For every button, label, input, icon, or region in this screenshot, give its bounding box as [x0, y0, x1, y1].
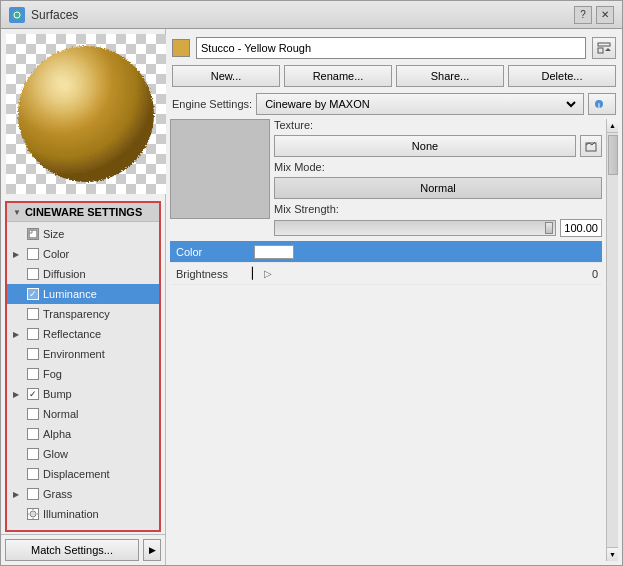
checkbox-grass[interactable] [27, 488, 39, 500]
match-settings-arrow[interactable]: ▶ [143, 539, 161, 561]
label-fog: Fog [43, 368, 62, 380]
checkbox-fog[interactable] [27, 368, 39, 380]
settings-item-alpha[interactable]: Alpha [7, 424, 159, 444]
prop-name-color: Color [170, 246, 250, 258]
engine-info-button[interactable]: i [588, 93, 616, 115]
label-size: Size [43, 228, 64, 240]
content-columns: Texture: None [170, 119, 602, 561]
section-title: CINEWARE SETTINGS [25, 206, 142, 218]
settings-item-size[interactable]: Size [7, 224, 159, 244]
texture-browse-button[interactable] [580, 135, 602, 157]
mix-mode-button[interactable]: Normal [274, 177, 602, 199]
engine-dropdown[interactable]: Cineware by MAXON [256, 93, 584, 115]
material-name-text: Stucco - Yellow Rough [201, 42, 311, 54]
settings-item-grass[interactable]: ▶ Grass [7, 484, 159, 504]
texture-preview-area [170, 119, 270, 219]
label-color: Color [43, 248, 69, 260]
expand-icon-color[interactable]: ▶ [13, 250, 23, 259]
svg-marker-14 [605, 48, 611, 51]
property-row-brightness[interactable]: Brightness ▏ ▷ 0 [170, 263, 602, 285]
settings-item-environment[interactable]: Environment [7, 344, 159, 364]
expand-icon-grass[interactable]: ▶ [13, 490, 23, 499]
checkbox-diffusion[interactable] [27, 268, 39, 280]
engine-settings-row: Engine Settings: Cineware by MAXON i [170, 89, 618, 119]
titlebar: Surfaces ? ✕ [1, 1, 622, 29]
label-bump: Bump [43, 388, 72, 400]
settings-item-transparency[interactable]: Transparency [7, 304, 159, 324]
property-row-color[interactable]: Color [170, 241, 602, 263]
checkbox-color[interactable] [27, 248, 39, 260]
delete-button[interactable]: Delete... [508, 65, 616, 87]
label-diffusion: Diffusion [43, 268, 86, 280]
color-preview-swatch[interactable] [254, 245, 294, 259]
material-options-button[interactable] [592, 37, 616, 59]
material-name-field[interactable]: Stucco - Yellow Rough [196, 37, 586, 59]
prop-name-brightness: Brightness [170, 268, 250, 280]
bottom-buttons: Match Settings... ▶ [1, 534, 165, 565]
settings-item-displacement[interactable]: Displacement [7, 464, 159, 484]
scroll-down-button[interactable]: ▼ [607, 547, 619, 561]
checkbox-normal[interactable] [27, 408, 39, 420]
checkbox-bump[interactable]: ✓ [27, 388, 39, 400]
mix-strength-controls: 100.00 [274, 219, 602, 237]
content-area: ▼ CINEWARE SETTINGS Size ▶ [1, 29, 622, 565]
mix-mode-label: Mix Mode: [274, 161, 344, 173]
checkbox-transparency[interactable] [27, 308, 39, 320]
section-toggle-icon[interactable]: ▼ [13, 208, 21, 217]
match-settings-button[interactable]: Match Settings... [5, 539, 139, 561]
label-normal: Normal [43, 408, 78, 420]
right-panel: Stucco - Yellow Rough New... Rename... S… [166, 29, 622, 565]
mix-strength-slider[interactable] [274, 220, 556, 236]
settings-item-luminance[interactable]: ✓ Luminance [7, 284, 159, 304]
texture-none-button[interactable]: None [274, 135, 576, 157]
settings-item-color[interactable]: ▶ Color [7, 244, 159, 264]
properties-table: Color Brightness ▏ ▷ 0 [170, 241, 602, 561]
label-transparency: Transparency [43, 308, 110, 320]
section-header: ▼ CINEWARE SETTINGS [7, 203, 159, 222]
checkbox-luminance[interactable]: ✓ [27, 288, 39, 300]
engine-select-input[interactable]: Cineware by MAXON [261, 94, 579, 114]
brightness-bar-marker: ▏ [250, 267, 262, 280]
scroll-thumb[interactable] [608, 135, 618, 175]
settings-item-fog[interactable]: Fog [7, 364, 159, 384]
settings-item-diffusion[interactable]: Diffusion [7, 264, 159, 284]
settings-item-reflectance[interactable]: ▶ Reflectance [7, 324, 159, 344]
window-icon [9, 7, 25, 23]
material-color-swatch[interactable] [172, 39, 190, 57]
settings-item-illumination[interactable]: Illumination [7, 504, 159, 524]
settings-item-bump[interactable]: ▶ ✓ Bump [7, 384, 159, 404]
expand-icon-reflectance[interactable]: ▶ [13, 330, 23, 339]
settings-item-normal[interactable]: Normal [7, 404, 159, 424]
checkbox-reflectance[interactable] [27, 328, 39, 340]
mix-strength-label-row: Mix Strength: [274, 203, 602, 215]
titlebar-left: Surfaces [9, 7, 78, 23]
checkbox-size[interactable] [27, 228, 39, 240]
expand-icon-bump[interactable]: ▶ [13, 390, 23, 399]
texture-row: Texture: [274, 119, 602, 131]
slider-handle[interactable] [545, 222, 553, 234]
checkbox-displacement[interactable] [27, 468, 39, 480]
settings-item-glow[interactable]: Glow [7, 444, 159, 464]
mix-strength-value[interactable]: 100.00 [560, 219, 602, 237]
rename-button[interactable]: Rename... [284, 65, 392, 87]
checkbox-alpha[interactable] [27, 428, 39, 440]
engine-settings-label: Engine Settings: [172, 98, 252, 110]
close-button[interactable]: ✕ [596, 6, 614, 24]
help-button[interactable]: ? [574, 6, 592, 24]
mix-strength-label: Mix Strength: [274, 203, 344, 215]
scroll-up-button[interactable]: ▲ [607, 119, 619, 133]
surfaces-window: Surfaces ? ✕ [0, 0, 623, 566]
settings-list: Size ▶ Color Diffusion [7, 222, 159, 526]
checkbox-glow[interactable] [27, 448, 39, 460]
mix-mode-label-row: Mix Mode: [274, 161, 602, 173]
action-buttons: New... Rename... Share... Delete... [170, 63, 618, 89]
checkbox-illumination[interactable] [27, 508, 39, 520]
new-button[interactable]: New... [172, 65, 280, 87]
share-button[interactable]: Share... [396, 65, 504, 87]
checkbox-environment[interactable] [27, 348, 39, 360]
scroll-track[interactable] [607, 133, 618, 547]
brightness-arrow: ▷ [262, 268, 274, 279]
label-environment: Environment [43, 348, 105, 360]
label-illumination: Illumination [43, 508, 99, 520]
prop-bar-color [250, 241, 602, 262]
